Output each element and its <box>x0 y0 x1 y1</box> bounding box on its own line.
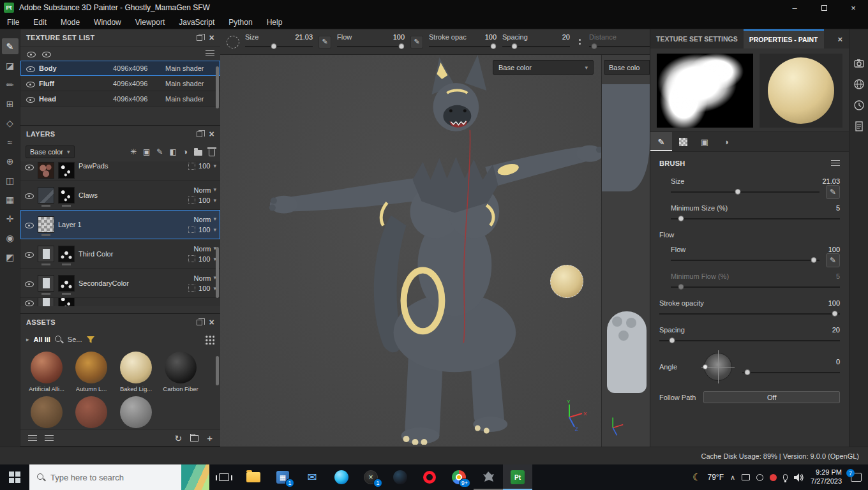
app-button-1[interactable]: ▦ 1 <box>268 464 297 490</box>
slider-thumb[interactable] <box>811 257 816 263</box>
creature-app-button[interactable] <box>474 464 503 490</box>
assets-filter-label[interactable]: All lil <box>34 336 50 343</box>
list-options-icon[interactable] <box>206 50 214 57</box>
steam-button[interactable] <box>385 464 415 490</box>
visibility-eye-icon[interactable] <box>24 191 34 200</box>
close-panel-icon[interactable]: × <box>831 29 849 48</box>
list-view-icon[interactable] <box>28 435 37 442</box>
layer-thumbnail[interactable] <box>38 162 54 179</box>
tab-properties-paint[interactable]: PROPERTIES - PAINT <box>744 29 824 48</box>
taskbar-search[interactable] <box>29 464 209 490</box>
model-3d-character[interactable] <box>220 55 601 445</box>
slider-thumb[interactable] <box>678 216 684 221</box>
layer-row-layer1[interactable]: Layer 1 Norm▾ 100▾ <box>20 210 220 239</box>
minimum-flow-slider[interactable] <box>671 283 840 291</box>
follow-path-toggle[interactable]: Off <box>703 391 840 403</box>
spacing-slider[interactable] <box>502 43 570 50</box>
paint-tool-icon[interactable]: ✎ <box>2 38 19 54</box>
viewport2-channel-dropdown[interactable]: Base colo <box>604 60 650 75</box>
browser-button[interactable]: 9+ <box>444 464 474 490</box>
viewport-channel-dropdown[interactable]: Base color▾ <box>493 60 594 75</box>
edge-button[interactable] <box>327 464 356 490</box>
size-pressure-toggle[interactable]: ✎ <box>318 36 331 48</box>
layer-row-third-color[interactable]: Third Color Norm▾ 100▾ <box>20 239 220 269</box>
expand-arrow-icon[interactable]: ▸ <box>26 336 29 343</box>
mail-button[interactable]: ✉ <box>297 464 327 490</box>
slider-thumb[interactable] <box>669 338 675 343</box>
visibility-eye-icon[interactable] <box>24 220 34 229</box>
material-picker-tool-icon[interactable]: ◫ <box>2 172 19 188</box>
add-paint-layer-icon[interactable]: ✎ <box>156 147 163 156</box>
layer-name[interactable]: PawPads <box>79 162 170 170</box>
moon-weather-icon[interactable]: ☾ <box>692 471 701 483</box>
log-icon[interactable] <box>853 121 865 132</box>
stroke-opacity-slider[interactable] <box>429 43 497 50</box>
clock[interactable]: 9:29 PM 7/27/2023 <box>811 468 842 486</box>
flow-pressure-toggle[interactable]: ✎ <box>410 36 423 48</box>
angle-slider[interactable] <box>742 369 840 376</box>
file-explorer-button[interactable] <box>239 464 268 490</box>
channel-selector-dropdown[interactable]: Base color▾ <box>26 145 75 158</box>
stencil-subtab-icon[interactable]: ▣ <box>694 132 715 151</box>
slider-thumb[interactable] <box>592 43 597 49</box>
quick-mask-tool-icon[interactable]: ◉ <box>2 230 19 246</box>
slider-thumb[interactable] <box>271 43 276 49</box>
layer-thumbnail[interactable] <box>38 187 54 204</box>
brush-alpha-preview[interactable] <box>657 54 753 128</box>
close-panel-icon[interactable]: × <box>209 33 214 42</box>
scrollbar[interactable] <box>216 247 219 298</box>
layer-row-pawpads[interactable]: PawPads 100▾ <box>20 161 220 181</box>
layer-thumbnail[interactable] <box>38 246 54 262</box>
texture-set-row-fluff[interactable]: Fluff 4096x4096 Main shader <box>20 76 220 91</box>
slider-thumb[interactable] <box>744 369 750 375</box>
slider-thumb[interactable] <box>832 311 837 316</box>
layer-row-partial[interactable] <box>20 298 220 306</box>
add-asset-icon[interactable]: + <box>207 433 213 443</box>
texture-set-row-head[interactable]: Head 4096x4096 Main shader <box>20 91 220 107</box>
slider-thumb[interactable] <box>512 43 518 49</box>
substance-painter-button[interactable]: Pt <box>503 464 532 490</box>
viewport-2d[interactable]: Base colo <box>602 55 650 447</box>
size-pressure-toggle[interactable]: ✎ <box>826 185 840 199</box>
undock-icon[interactable] <box>197 320 202 325</box>
add-fill-layer-icon[interactable]: ◧ <box>169 147 176 156</box>
scrollbar[interactable] <box>216 356 219 385</box>
minimum-size-slider[interactable] <box>671 215 840 223</box>
opera-button[interactable] <box>415 464 444 490</box>
layer-name[interactable]: Third Color <box>79 250 170 258</box>
menu-mode[interactable]: Mode <box>54 15 87 29</box>
flow-slider[interactable] <box>337 43 405 50</box>
stroke-opacity-slider[interactable] <box>659 310 840 318</box>
add-smart-material-icon[interactable]: ▣ <box>143 147 150 156</box>
menu-viewport[interactable]: Viewport <box>128 15 172 29</box>
layer-mask-thumbnail[interactable] <box>58 275 75 292</box>
show-all-eye-icon[interactable] <box>26 49 36 58</box>
visibility-eye-icon[interactable] <box>24 162 34 171</box>
blend-mode-dropdown[interactable]: Norm▾ <box>194 274 216 282</box>
flow-pressure-toggle[interactable]: ✎ <box>826 253 840 267</box>
close-button[interactable]: × <box>839 0 868 15</box>
brush-subtab-icon[interactable]: ✎ <box>650 132 672 151</box>
flow-slider[interactable] <box>671 256 819 264</box>
brush-preview-icon[interactable] <box>227 36 239 48</box>
geometry-mask-tool-icon[interactable]: ▦ <box>2 191 19 207</box>
undock-icon[interactable] <box>197 131 202 137</box>
history-icon[interactable] <box>853 100 865 111</box>
size-slider[interactable] <box>671 188 819 196</box>
refresh-icon[interactable]: ↻ <box>175 433 183 443</box>
detail-view-icon[interactable] <box>45 435 54 442</box>
solo-eye-icon[interactable] <box>41 49 51 58</box>
asset-item[interactable] <box>117 396 154 428</box>
visibility-eye-icon[interactable] <box>24 279 34 288</box>
start-button[interactable] <box>0 464 29 490</box>
blend-mode-dropdown[interactable]: Norm▾ <box>194 186 216 194</box>
spacing-dots-icon[interactable] <box>576 39 583 45</box>
visibility-eye-icon[interactable] <box>26 79 35 88</box>
close-panel-icon[interactable]: × <box>209 130 214 138</box>
asset-item[interactable]: Autumn L... <box>73 352 110 392</box>
open-folder-icon[interactable] <box>190 435 198 442</box>
angle-dial[interactable] <box>704 353 732 381</box>
alpha-subtab-icon[interactable] <box>672 132 694 151</box>
visibility-eye-icon[interactable] <box>26 94 35 103</box>
add-folder-icon[interactable] <box>194 150 202 156</box>
